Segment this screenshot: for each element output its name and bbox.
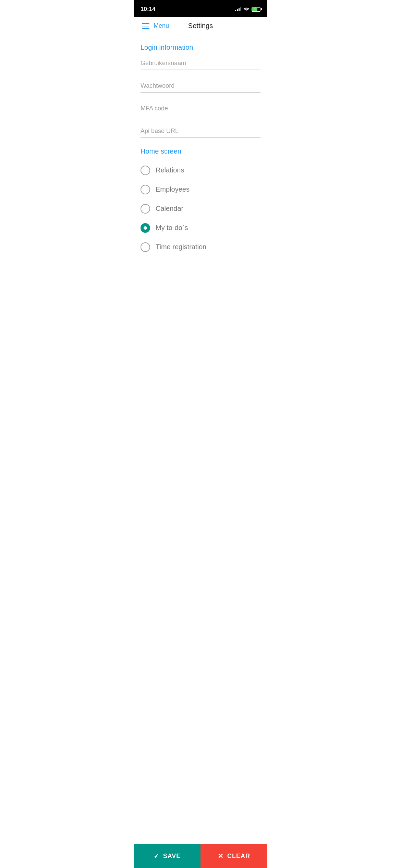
status-time: 10:14	[141, 6, 155, 13]
radio-label-employees: Employees	[156, 185, 190, 193]
radio-label-calendar: Calendar	[156, 205, 183, 213]
radio-option-my-todos[interactable]: My to-do`s	[141, 218, 260, 238]
home-screen-section-title: Home screen	[141, 147, 260, 155]
battery-icon: ⚡	[252, 7, 260, 12]
username-input[interactable]	[141, 57, 260, 70]
password-group	[141, 80, 260, 93]
menu-button[interactable]	[141, 22, 151, 30]
status-icons: ⚡	[235, 7, 260, 12]
home-screen-section: Home screen Relations Employees Calendar…	[141, 147, 260, 257]
main-content: Login information Home screen Relations …	[134, 35, 267, 291]
username-group	[141, 57, 260, 70]
radio-circle-calendar	[141, 204, 150, 214]
password-input[interactable]	[141, 80, 260, 93]
radio-circle-employees	[141, 185, 150, 194]
radio-circle-relations	[141, 166, 150, 175]
radio-label-time-registration: Time registration	[156, 243, 206, 251]
radio-option-calendar[interactable]: Calendar	[141, 199, 260, 218]
radio-label-my-todos: My to-do`s	[156, 224, 188, 232]
mfa-input[interactable]	[141, 102, 260, 115]
menu-label[interactable]: Menu	[154, 22, 169, 29]
radio-option-relations[interactable]: Relations	[141, 161, 260, 180]
signal-icon	[235, 7, 241, 11]
mfa-group	[141, 102, 260, 115]
page-title: Settings	[188, 22, 213, 30]
radio-circle-my-todos	[141, 223, 150, 233]
status-bar: 10:14 ⚡	[134, 0, 267, 17]
radio-option-time-registration[interactable]: Time registration	[141, 238, 260, 257]
api-url-group	[141, 125, 260, 138]
radio-label-relations: Relations	[156, 166, 184, 174]
login-section-title: Login information	[141, 44, 260, 51]
radio-circle-time-registration	[141, 242, 150, 252]
wifi-icon	[243, 7, 250, 12]
api-base-url-input[interactable]	[141, 125, 260, 138]
app-bar: Menu Settings	[134, 17, 267, 35]
radio-option-employees[interactable]: Employees	[141, 180, 260, 199]
